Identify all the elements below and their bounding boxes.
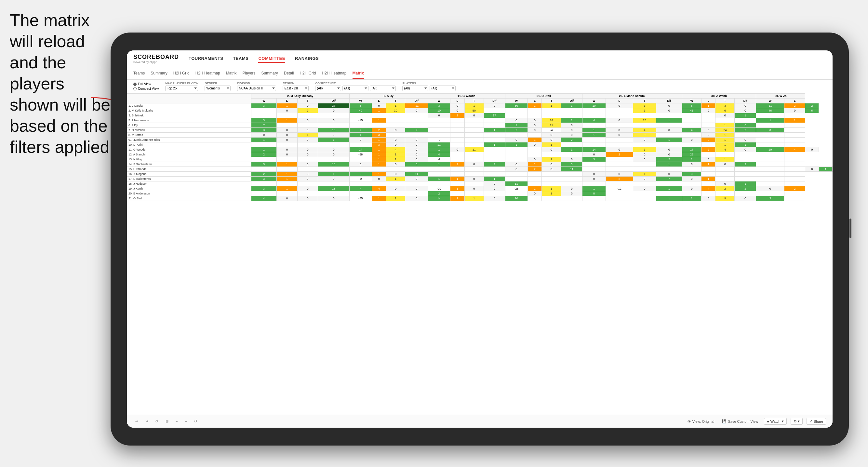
player-name-cell: 17. D Ballesteros [127, 177, 251, 182]
matrix-cell: 0 [542, 162, 561, 167]
matrix-cell [386, 118, 405, 123]
matrix-cell: 1 [819, 167, 833, 172]
matrix-cell: 0 [349, 162, 372, 167]
division-select[interactable]: NCAA Division II All NCAA Division I NCA… [237, 86, 276, 91]
nav-teams[interactable]: TEAMS [233, 55, 248, 63]
sub-h-w3: W [428, 98, 450, 103]
players-select-1[interactable]: (All) [402, 86, 428, 91]
matrix-cell: 1 [372, 147, 386, 152]
sub-nav-h2h-grid2[interactable]: H2H Grid [300, 68, 316, 79]
matrix-cell: 0 [386, 128, 405, 133]
matrix-cell [277, 191, 297, 196]
sub-nav-matrix2[interactable]: Matrix [352, 68, 364, 79]
matrix-cell: 3 [251, 186, 277, 191]
view-original-button[interactable]: 👁 View: Original [686, 418, 716, 425]
refresh-button[interactable]: ⟳ [154, 418, 160, 425]
matrix-cell [428, 182, 450, 186]
undo-button[interactable]: ↩ [133, 418, 140, 425]
reset-button[interactable]: ↺ [192, 418, 199, 425]
share-button[interactable]: ↗ Share [807, 418, 826, 425]
matrix-cell: 3 [251, 103, 277, 108]
matrix-cell [277, 182, 297, 186]
conference-select-2[interactable]: (All) [342, 86, 369, 91]
matrix-cell [702, 143, 715, 147]
matrix-cell: 0 [542, 133, 561, 137]
sub-nav-summary[interactable]: Summary [151, 68, 167, 79]
matrix-cell: 2 [702, 137, 715, 143]
matrix-cell: 0 [682, 186, 701, 191]
sub-nav-players[interactable]: Players [242, 68, 255, 79]
matrix-content[interactable]: 2. M Kelly Mulcahy 6. A Dy 11. G Woods 2… [127, 93, 833, 415]
gender-filter: Gender Women's Men's All [205, 82, 230, 91]
matrix-cell: 0 [451, 108, 464, 113]
players-select-2[interactable]: (All) [430, 86, 456, 91]
matrix-cell: 1 [464, 103, 484, 108]
matrix-cell [349, 113, 372, 118]
region-label: Region [283, 82, 309, 85]
sub-h-l2: L [372, 98, 386, 103]
matrix-cell: 1 [451, 196, 464, 201]
matrix-cell [542, 182, 561, 186]
matrix-cell [633, 113, 656, 118]
sub-nav-h2h-grid[interactable]: H2H Grid [173, 68, 190, 79]
matrix-cell [484, 133, 505, 137]
sub-nav-h2h-heatmap2[interactable]: H2H Heatmap [322, 68, 346, 79]
watch-button[interactable]: ● Watch ▾ [764, 418, 786, 425]
matrix-cell-empty [784, 162, 805, 167]
grid-button[interactable]: ⊞ [163, 418, 170, 425]
matrix-cell [542, 113, 561, 118]
sub-nav-detail[interactable]: Detail [284, 68, 294, 79]
player-name-cell: 11. G Woods [127, 147, 251, 152]
matrix-cell [451, 152, 464, 157]
sub-nav-teams[interactable]: Teams [133, 68, 145, 79]
matrix-cell [386, 133, 405, 137]
matrix-cell-empty [784, 113, 805, 118]
gender-select[interactable]: Women's Men's All [205, 86, 230, 91]
matrix-cell: 0 [297, 172, 318, 177]
zoom-in-button[interactable]: + [183, 418, 189, 425]
sub-h-d2: Dif [405, 98, 428, 103]
matrix-cell [451, 118, 464, 123]
matrix-cell: 2 [251, 172, 277, 177]
region-select[interactable]: East - DII All West - DII [283, 86, 309, 91]
redo-button[interactable]: ↪ [144, 418, 150, 425]
sub-nav-summary2[interactable]: Summary [261, 68, 278, 79]
matrix-cell: 0 [561, 186, 583, 191]
nav-rankings[interactable]: RANKINGS [295, 55, 319, 63]
conference-select-1[interactable]: (All) [315, 86, 341, 91]
matrix-cell [405, 123, 428, 128]
player-name-cell: 16. X Mcgaha [127, 172, 251, 177]
nav-tournaments[interactable]: TOURNAMENTS [189, 55, 223, 63]
matrix-cell: 1 [464, 196, 484, 201]
sub-nav-h2h-heatmap[interactable]: H2H Heatmap [195, 68, 220, 79]
matrix-cell: 1 [386, 103, 405, 108]
matrix-cell: 11 [405, 172, 428, 177]
sub-nav-matrix[interactable]: Matrix [226, 68, 237, 79]
nav-committee[interactable]: COMMITTEE [258, 55, 285, 63]
matrix-cell: 0 [735, 137, 756, 143]
player-name-cell: 5. A Nomrowski [127, 118, 251, 123]
save-custom-button[interactable]: 💾 Save Custom View [720, 418, 760, 425]
matrix-cell: 0 [405, 157, 428, 162]
matrix-cell: 0 [372, 177, 386, 182]
matrix-cell-empty [756, 182, 784, 186]
matrix-cell [405, 113, 428, 118]
matrix-cell [528, 177, 542, 182]
compact-view-radio[interactable]: Compact View [133, 87, 159, 90]
zoom-out-button[interactable]: − [174, 418, 180, 425]
conference-select-3[interactable]: (All) [370, 86, 396, 91]
matrix-cell: 0 [405, 143, 428, 147]
matrix-cell: -15 [349, 118, 372, 123]
matrix-cell: 0 [505, 167, 527, 172]
matrix-cell-empty [735, 177, 756, 182]
matrix-cell: 2 [702, 147, 715, 152]
full-view-radio[interactable]: Full View [133, 82, 159, 86]
toolbar-right: 👁 View: Original 💾 Save Custom View ● Wa… [686, 418, 826, 425]
settings-button[interactable]: ⚙ ▾ [790, 418, 803, 425]
matrix-cell: 14 [349, 147, 372, 152]
matrix-cell: 10 [386, 108, 405, 113]
max-players-select[interactable]: Top 25 Top 10 Top 50 All [165, 86, 198, 91]
matrix-cell: -12 [606, 186, 633, 191]
matrix-cell [484, 172, 505, 177]
matrix-cell: 0 [405, 137, 428, 143]
